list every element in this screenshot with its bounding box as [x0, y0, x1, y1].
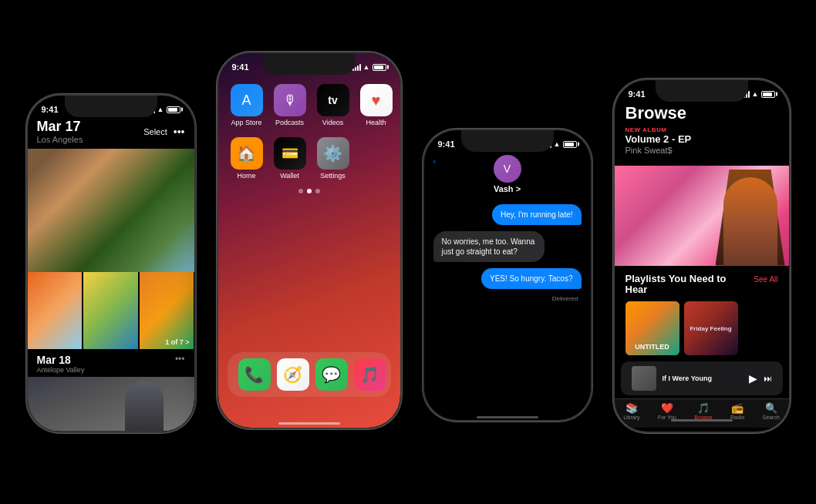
messages-dock-item[interactable]: 💬: [315, 358, 348, 391]
music-status-bar: 9:41 ▲: [615, 80, 789, 102]
music-tab-browse[interactable]: 🎵 Browse: [694, 402, 712, 420]
appstore-label: App Store: [231, 119, 261, 126]
play-button[interactable]: ▶: [749, 372, 757, 385]
safari-dock-item[interactable]: 🧭: [277, 358, 309, 391]
photos-date2: Mar 18: [37, 354, 85, 366]
settings-icon-item[interactable]: ⚙️ Settings: [317, 137, 349, 180]
messages-header: ‹ V Vash >: [424, 152, 591, 198]
music-dock-item[interactable]: 🎵: [354, 358, 386, 391]
photo-grid-small: 1 of 7 >: [28, 272, 194, 349]
contact-avatar: V: [494, 155, 521, 183]
playlists-header: Playlists You Need toHear See All: [615, 270, 789, 299]
music-search-label: Search: [763, 415, 780, 420]
home-top-icons: A App Store 🎙 Podcasts tv: [218, 75, 400, 126]
appstore-symbol: A: [241, 92, 251, 109]
wallet-icon-item[interactable]: 💳 Wallet: [274, 137, 306, 180]
bottom-tabs: Years Months Days All Photos 📷 Photos ❤️…: [28, 431, 194, 432]
dot-2-active: [307, 189, 312, 193]
playlist-friday-label: Friday Feeling: [686, 322, 734, 335]
music-tab-for-you[interactable]: ❤️ For You: [658, 402, 676, 420]
music-screen: 9:41 ▲: [615, 80, 789, 432]
back-button[interactable]: ‹: [433, 156, 437, 166]
home-status-bar: 9:41 ▲: [218, 53, 400, 75]
home-app-symbol: 🏠: [237, 144, 256, 163]
podcasts-icon-item[interactable]: 🎙 Podcasts: [274, 84, 306, 126]
now-playing-controls: ▶ ⏭: [749, 372, 772, 385]
library-label: Library: [623, 415, 639, 420]
photo-counter: 1 of 7 >: [165, 338, 189, 346]
phone-dock-item[interactable]: 📞: [238, 358, 271, 391]
podcasts-icon: 🎙: [274, 84, 306, 116]
album-artist: Pink Sweat$: [625, 146, 778, 155]
home-row2: 🏠 Home 💳 Wallet ⚙️ Settin: [218, 126, 400, 180]
music-tab-radio[interactable]: 📻 Radio: [730, 402, 744, 420]
radio-label: Radio: [730, 415, 744, 420]
more-options-icon[interactable]: •••: [174, 126, 185, 138]
tv-icon: tv: [317, 84, 349, 116]
wallet-icon: 💳: [274, 137, 306, 170]
album-art[interactable]: [615, 166, 789, 266]
msg-wifi-icon: ▲: [554, 140, 561, 148]
music-battery-icon: [761, 91, 775, 98]
msg-signal-icon: [543, 141, 551, 148]
music-status-icons: ▲: [741, 90, 775, 98]
home-signal-icon: [352, 64, 361, 71]
photo-cell-2[interactable]: [83, 272, 138, 349]
playlist-2[interactable]: Friday Feeling: [684, 301, 738, 355]
music-home-indicator: [615, 420, 789, 423]
new-album-section: NEW ALBUM Volume 2 - EP Pink Sweat$: [615, 126, 789, 161]
messages-screen: 9:41 ▲: [424, 130, 591, 420]
tv-symbol: tv: [328, 94, 337, 106]
playlist-friday-art: Friday Feeling: [684, 301, 738, 355]
appstore-icon-item[interactable]: A App Store: [231, 84, 263, 126]
music-dock-icon: 🎵: [354, 358, 386, 391]
photos-actions: Select •••: [143, 126, 184, 138]
photo-cell-3[interactable]: 1 of 7 >: [140, 272, 194, 349]
settings-symbol: ⚙️: [323, 144, 342, 163]
playlists-row: UNTITLED Friday Feeling: [615, 298, 789, 358]
music-for-you-icon: ❤️: [661, 402, 673, 414]
main-photo: [28, 149, 194, 272]
health-icon-item[interactable]: ♥ Health: [360, 84, 393, 126]
browse-title: Browse: [625, 103, 778, 123]
section2-more-icon[interactable]: •••: [175, 354, 185, 374]
library-icon: 📚: [625, 402, 638, 414]
music-tab-library[interactable]: 📚 Library: [623, 402, 639, 420]
music-wifi-icon: ▲: [752, 90, 759, 98]
settings-label: Settings: [320, 172, 346, 180]
tv-icon-item[interactable]: tv Videos: [317, 84, 349, 126]
music-tab-search[interactable]: 🔍 Search: [763, 402, 780, 420]
safari-dock-icon: 🧭: [277, 358, 309, 391]
settings-icon: ⚙️: [317, 137, 349, 170]
messages-home-indicator: [424, 414, 591, 420]
music-status-time: 9:41: [629, 89, 646, 99]
page-dots: [218, 180, 400, 200]
phone-photos: 9:41 ▲ Ma: [26, 94, 196, 433]
photos-status-icons: ▲: [147, 106, 180, 113]
music-signal-icon: [741, 91, 750, 98]
now-playing-bar[interactable]: If I Were Young ▶ ⏭: [621, 361, 783, 395]
browse-icon: 🎵: [697, 402, 710, 414]
new-album-label: NEW ALBUM: [625, 126, 778, 133]
messages-body: Hey, I'm running late! No worries, me to…: [424, 198, 591, 414]
podcasts-symbol: 🎙: [283, 92, 297, 109]
fast-forward-button[interactable]: ⏭: [764, 374, 772, 383]
podcasts-label: Podcasts: [275, 119, 304, 126]
now-playing-info: If I Were Young: [663, 375, 749, 382]
section2-photo: [28, 377, 194, 431]
contact-name[interactable]: Vash >: [494, 184, 521, 193]
photos-date1: Mar 17: [37, 119, 83, 135]
messages-symbol: 💬: [322, 365, 341, 384]
wifi-icon: ▲: [157, 106, 164, 113]
health-symbol: ♥: [372, 92, 381, 109]
photo-cell-1[interactable]: [28, 272, 83, 349]
select-button[interactable]: Select: [143, 127, 167, 136]
home-app-icon: 🏠: [231, 137, 263, 170]
home-app-icon-item[interactable]: 🏠 Home: [231, 137, 263, 180]
phone-dock-icon: 📞: [238, 358, 271, 391]
dock-icons: 📞 🧭 💬: [238, 358, 380, 391]
wallet-label: Wallet: [280, 172, 299, 180]
see-all-button[interactable]: See All: [754, 274, 777, 284]
playlist-1[interactable]: UNTITLED: [625, 301, 679, 355]
signal-icon: [147, 106, 155, 113]
